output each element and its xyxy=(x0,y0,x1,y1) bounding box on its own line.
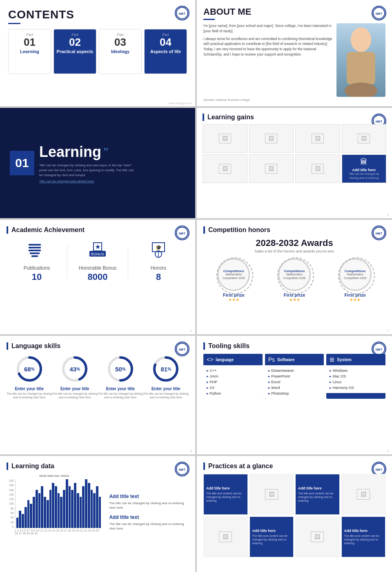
award-wreath-2: Competitions Mathematics Competition 202… xyxy=(278,258,311,291)
publications-label: Publications xyxy=(7,265,67,271)
part-03[interactable]: Part 03 Ideology xyxy=(99,29,142,74)
slide-learning-data: NBT Learning data Multi-data bar charts … xyxy=(0,456,195,572)
tool-item: Mac OS xyxy=(330,373,382,379)
y-axis-labels: 200180160140120100806040200 xyxy=(7,479,102,528)
award-wreath-1: Competitions Mathematics Competition 202… xyxy=(217,258,250,291)
tool-list-1: DreamweaverPowerPointExcelWordPhotoshop xyxy=(268,368,321,396)
svg-text:NBT: NBT xyxy=(376,120,383,123)
tool-body-2: WindowsMac OSLinuxHarmony OS xyxy=(326,365,385,393)
about-content: I'm [your name], from [your school and m… xyxy=(203,23,385,97)
data-header: Learning data xyxy=(7,463,189,470)
prac-blue-5[interactable]: Add title here The title and content can… xyxy=(249,516,294,557)
bar-23 xyxy=(80,497,82,528)
svg-text:BONUS: BONUS xyxy=(91,252,104,256)
learning-link[interactable]: Title can be changed and clicked here xyxy=(39,179,137,183)
prac-title-7: Add title here xyxy=(344,529,383,533)
comp-header: Competition honors xyxy=(203,226,385,234)
about-para-1: I'm [your name], from [your school and m… xyxy=(203,23,332,34)
academic-stats: Publications 10 ★ BONUS Honorable Bonus … xyxy=(7,242,189,282)
gains-title: Learning gains xyxy=(207,114,254,121)
prac-blue-2[interactable]: Add title here The title and content can… xyxy=(295,474,340,515)
learning-num-box: 01 xyxy=(10,151,34,175)
learning-num: 01 xyxy=(15,156,29,170)
logo-badge-comp: NBT xyxy=(372,226,386,240)
bar-1 xyxy=(19,511,21,528)
part-04[interactable]: Part 04 Aspects of life xyxy=(144,29,187,74)
svg-text:🎓: 🎓 xyxy=(156,244,162,250)
lang-desc-2: The title can be changed by clicking and… xyxy=(98,392,143,399)
svg-rect-12 xyxy=(29,247,41,248)
bar-24 xyxy=(82,486,85,528)
svg-text:NBT: NBT xyxy=(376,232,383,235)
tool-item: Dreamweaver xyxy=(268,368,321,373)
circle-wrap-1: 43% xyxy=(60,355,89,383)
award-comp-name-2: Mathematics Competition 2028 xyxy=(279,273,310,280)
award-comp-label-1: Competitions xyxy=(223,269,244,273)
tool-columns: <> language C++JAVAPHPC#Python Ps Softwa… xyxy=(203,354,385,399)
page-title: CONTENTS xyxy=(8,8,187,21)
gains-cell-2: 🖼 xyxy=(249,124,294,153)
bar-15 xyxy=(58,493,60,528)
svg-text:NBT: NBT xyxy=(376,348,383,351)
tool-item: Windows xyxy=(330,368,382,373)
quote-icon: " xyxy=(104,145,108,159)
section-bar xyxy=(7,226,8,234)
logo-badge-about: NBT xyxy=(372,6,386,20)
award-3: Competitions Mathematics Competition 202… xyxy=(325,258,385,302)
prac-title-2: Add title here xyxy=(298,486,337,490)
slide-num-7: 8 xyxy=(190,450,192,453)
slide-num-6: 7 xyxy=(387,330,389,333)
part-01[interactable]: Part 01 Learning xyxy=(8,29,51,74)
slide-grid: NBT CONTENTS Part 01 Learning Part 02 Pr… xyxy=(0,0,392,572)
stars-2: ★★★ xyxy=(266,297,323,302)
gains-featured-cell[interactable]: 🏛 Add title here Title can be changed by… xyxy=(342,154,387,183)
prac-blue-0[interactable]: Add title here The title and content can… xyxy=(203,474,248,515)
bar-19 xyxy=(69,486,71,528)
circle-label-2: 50% xyxy=(106,355,135,383)
slide-num-8: 9 xyxy=(387,450,389,453)
img-icon: 🖼 xyxy=(265,134,277,143)
tool-item: PHP xyxy=(207,379,259,385)
tool-title: Tooling skills xyxy=(208,342,249,350)
prac-blue-7[interactable]: Add title here The title and content can… xyxy=(341,516,386,557)
img-icon: 🖼 xyxy=(312,164,324,174)
prac-img-4: 🖼 xyxy=(203,516,248,557)
bar-8 xyxy=(38,493,41,528)
award-1: Competitions Mathematics Competition 202… xyxy=(203,258,264,302)
slide-academic: NBT Academic Achievement Publications xyxy=(0,220,195,334)
part-02[interactable]: Part 02 Practical aspects xyxy=(53,29,96,74)
svg-rect-11 xyxy=(29,244,41,246)
honors-label: Honors xyxy=(128,265,189,271)
comp-awards: Competitions Mathematics Competition 202… xyxy=(203,258,385,302)
about-underline xyxy=(203,19,215,20)
parts-row: Part 01 Learning Part 02 Practical aspec… xyxy=(8,29,187,74)
img-icon: 🖼 xyxy=(358,134,370,143)
bar-16 xyxy=(60,497,62,528)
tool-item: Python xyxy=(207,391,259,396)
slide-contents: NBT CONTENTS Part 01 Learning Part 02 Pr… xyxy=(0,0,195,106)
prac-title: Practices at a glance xyxy=(208,463,273,470)
bar-9 xyxy=(41,486,43,528)
prac-desc-5: The title and content can be changed by … xyxy=(252,534,291,545)
bar-21 xyxy=(74,483,76,528)
lang-header: Language skills xyxy=(7,342,189,350)
svg-point-4 xyxy=(351,27,371,52)
bar-27 xyxy=(91,490,93,528)
award-comp-name-3: Mathematics Competition 2028 xyxy=(340,273,370,280)
bar-28 xyxy=(93,493,96,528)
gains-cell-6: 🖼 xyxy=(249,154,294,183)
tool-item: C# xyxy=(207,385,259,391)
bar-4 xyxy=(27,500,30,528)
tool-list-0: C++JAVAPHPC#Python xyxy=(207,368,259,396)
tool-item: Linux xyxy=(330,379,382,385)
section-bar xyxy=(203,226,205,234)
bar-5 xyxy=(30,504,32,528)
bar-14 xyxy=(55,486,57,528)
lang-name-3: Enter your title xyxy=(143,387,189,391)
bar-22 xyxy=(77,493,79,528)
featured-title: Add title here xyxy=(352,168,376,172)
tool-col-2: ⊞ System WindowsMac OSLinuxHarmony OS xyxy=(326,354,385,399)
prac-img-6: 🖼 xyxy=(295,516,340,557)
learning-subtitle: Title can be changed by clicking and new… xyxy=(39,163,137,178)
bar-17 xyxy=(63,490,65,528)
